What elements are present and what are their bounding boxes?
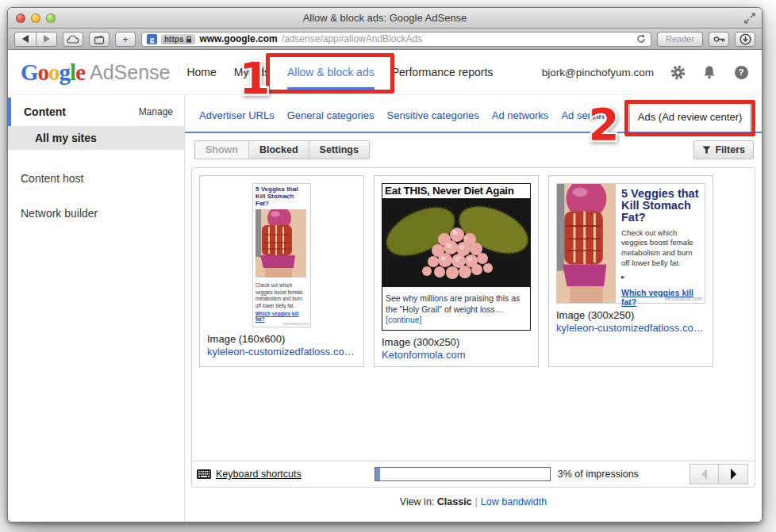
keyboard-shortcuts-link[interactable]: Keyboard shortcuts bbox=[197, 469, 302, 480]
browser-toolbar: + g https www.google.com /adsense/app#al… bbox=[8, 29, 762, 50]
ad-2-size-label: Image (300x250) bbox=[382, 336, 531, 348]
filters-button-label: Filters bbox=[715, 144, 745, 155]
forward-button[interactable] bbox=[36, 33, 56, 46]
password-extension-button[interactable] bbox=[709, 32, 729, 47]
site-favicon: g bbox=[147, 34, 157, 44]
ad-3-torso-image bbox=[557, 184, 616, 303]
reader-button[interactable]: Reader bbox=[657, 32, 703, 47]
subtab-sensitive-categories[interactable]: Sensitive categories bbox=[386, 109, 478, 132]
ad-card-1[interactable]: 5 Veggies that Kill Stomach Fat? bbox=[199, 175, 364, 367]
nav-performance-reports[interactable]: Performance reports bbox=[383, 50, 502, 94]
notifications-button[interactable] bbox=[701, 64, 717, 80]
window-title: Allow & block ads: Google AdSense bbox=[8, 8, 762, 29]
nav-allow-block-ads-label: Allow & block ads bbox=[287, 66, 375, 78]
nav-home[interactable]: Home bbox=[178, 50, 225, 94]
sidebar-item-content-host[interactable]: Content host bbox=[8, 172, 184, 185]
panel-footer: Keyboard shortcuts 3% of impressions bbox=[192, 461, 755, 487]
url-path: /adsense/app#allowAndBlockAds bbox=[282, 33, 632, 44]
https-label: https bbox=[164, 35, 183, 44]
ad-3-size-label: Image (300x250) bbox=[556, 309, 705, 321]
ad-3-headline: 5 Veggies that Kill Stomach Fat? bbox=[621, 188, 700, 224]
nav-allow-block-ads[interactable]: Allow & block ads 1 bbox=[279, 50, 383, 94]
ad-1-body: Check out which veggies boost female met… bbox=[255, 282, 308, 310]
share-button[interactable] bbox=[89, 32, 109, 47]
cloud-icon bbox=[67, 35, 79, 44]
filter-funnel-icon bbox=[702, 146, 711, 154]
ad-2-continue-link[interactable]: [continue] bbox=[386, 315, 422, 324]
subtab-general-categories[interactable]: General categories bbox=[287, 109, 375, 132]
help-button[interactable]: ? bbox=[733, 64, 749, 80]
back-button[interactable] bbox=[15, 33, 36, 46]
sidebar-item-all-my-sites[interactable]: All my sites bbox=[8, 126, 184, 150]
active-nav-underline bbox=[287, 87, 375, 90]
view-blocked-button[interactable]: Blocked bbox=[248, 141, 309, 159]
https-badge: https bbox=[161, 34, 195, 44]
url-host: www.google.com bbox=[199, 33, 277, 44]
ad-card-2[interactable]: Eat THIS, Never Diet Again bbox=[374, 175, 539, 367]
nav-my-ads[interactable]: My ads bbox=[225, 50, 279, 94]
impressions-progress-fill bbox=[375, 468, 381, 480]
download-icon bbox=[740, 33, 751, 45]
filters-button[interactable]: Filters bbox=[693, 140, 754, 159]
lock-icon bbox=[186, 36, 192, 43]
adsense-logo-text: AdSense bbox=[90, 61, 170, 84]
settings-button[interactable] bbox=[670, 64, 686, 80]
new-tab-button[interactable]: + bbox=[115, 32, 136, 47]
subtab-ad-serving[interactable]: Ad serving bbox=[561, 109, 609, 132]
reload-icon[interactable] bbox=[636, 34, 646, 44]
subtab-ad-networks[interactable]: Ad networks bbox=[492, 109, 549, 132]
pagination bbox=[690, 464, 748, 484]
sidebar-section-label: Content bbox=[24, 105, 66, 118]
prev-page-button[interactable] bbox=[690, 464, 719, 484]
fullscreen-icon[interactable] bbox=[744, 13, 755, 24]
traffic-lights bbox=[16, 13, 56, 23]
page-content: Content Manage All my sites Content host… bbox=[8, 95, 762, 522]
ad-2-fruit-image bbox=[382, 198, 530, 287]
impressions-progress-bar bbox=[375, 467, 551, 481]
keyboard-shortcuts-label: Keyboard shortcuts bbox=[216, 469, 302, 480]
adsense-header: Google AdSense Home My ads Allow & block… bbox=[8, 50, 762, 95]
gear-icon bbox=[670, 65, 686, 80]
icloud-tabs-button[interactable] bbox=[63, 32, 83, 47]
ad-3-attribution: venusfactor.com bbox=[665, 296, 702, 301]
google-logo: Google bbox=[21, 59, 85, 86]
ad-1-url-link[interactable]: kyleleon-customizedfatloss.com/… bbox=[207, 346, 356, 358]
address-bar[interactable]: g https www.google.com /adsense/app#allo… bbox=[141, 32, 651, 47]
ad-2-creative: Eat THIS, Never Diet Again bbox=[382, 183, 531, 331]
next-page-icon bbox=[731, 469, 736, 480]
sidebar-manage-link[interactable]: Manage bbox=[139, 106, 173, 117]
ad-2-url-link[interactable]: Ketonformola.com bbox=[382, 349, 531, 361]
minimize-window-button[interactable] bbox=[31, 13, 40, 23]
ad-1-size-label: Image (160x600) bbox=[207, 333, 356, 345]
impressions-label: 3% of impressions bbox=[558, 469, 639, 480]
subtab-ad-review-center[interactable]: Ads (Ad review center) 2 bbox=[629, 102, 751, 132]
ad-3-text-block: 5 Veggies that Kill Stomach Fat? Check o… bbox=[616, 184, 705, 303]
ad-1-torso-image bbox=[255, 209, 306, 277]
ad-cards: 5 Veggies that Kill Stomach Fat? bbox=[192, 168, 755, 374]
sidebar-item-network-builder[interactable]: Network builder bbox=[8, 207, 184, 220]
ad-3-link-arrow: ▸ bbox=[621, 273, 625, 281]
ad-3-url-link[interactable]: kyleleon-customizedfatloss.com/… bbox=[556, 322, 705, 334]
subtab-advertiser-urls[interactable]: Advertiser URLs bbox=[199, 109, 275, 132]
ad-2-headline: Eat THIS, Never Diet Again bbox=[382, 184, 530, 198]
forward-icon bbox=[43, 35, 50, 43]
view-shown-button[interactable]: Shown bbox=[195, 141, 248, 159]
sidebar: Content Manage All my sites Content host… bbox=[8, 95, 185, 522]
back-icon bbox=[22, 35, 29, 43]
view-settings-button[interactable]: Settings bbox=[309, 141, 369, 159]
key-icon bbox=[713, 36, 725, 43]
view-in-low-bandwidth-link[interactable]: Low bandwidth bbox=[481, 496, 547, 507]
bell-icon bbox=[702, 65, 716, 80]
zoom-window-button[interactable] bbox=[46, 13, 56, 23]
downloads-button[interactable] bbox=[735, 32, 755, 47]
ad-1-creative: 5 Veggies that Kill Stomach Fat? bbox=[252, 183, 311, 327]
view-in-divider: | bbox=[472, 496, 481, 507]
titlebar: Allow & block ads: Google AdSense bbox=[8, 8, 762, 29]
ad-1-attribution: venusfactor.com bbox=[282, 322, 309, 326]
close-window-button[interactable] bbox=[16, 13, 25, 23]
account-email[interactable]: bjork@pinchofyum.com bbox=[542, 67, 654, 78]
ad-1-link[interactable]: Which veggies kill fat? bbox=[255, 311, 308, 322]
ad-card-3[interactable]: 5 Veggies that Kill Stomach Fat? Check o… bbox=[548, 175, 713, 367]
browser-window: Allow & block ads: Google AdSense bbox=[7, 7, 763, 522]
next-page-button[interactable] bbox=[719, 464, 748, 484]
